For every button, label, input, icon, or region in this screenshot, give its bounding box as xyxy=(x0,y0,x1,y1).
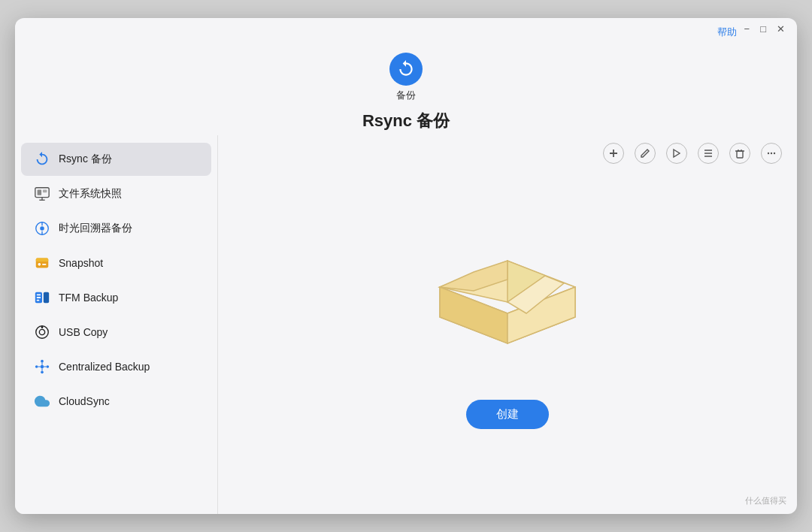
svg-rect-37 xyxy=(737,151,743,158)
rsync-icon xyxy=(33,150,51,168)
svg-point-25 xyxy=(35,365,38,368)
content-area: 创建 xyxy=(218,135,797,514)
svg-rect-16 xyxy=(37,297,41,298)
timemachine-icon xyxy=(33,219,51,237)
svg-rect-10 xyxy=(36,258,49,262)
play-button[interactable] xyxy=(666,143,687,164)
app-icon xyxy=(389,53,423,86)
svg-point-19 xyxy=(39,329,44,334)
empty-state: 创建 xyxy=(402,171,613,514)
sidebar-item-timemachine[interactable]: 时光回溯器备份 xyxy=(21,212,211,245)
close-button[interactable]: ✕ xyxy=(777,24,785,34)
snapshot-label: Snapshot xyxy=(59,257,103,269)
restore-button[interactable]: □ xyxy=(760,24,766,34)
edit-icon xyxy=(640,148,650,159)
delete-icon xyxy=(735,148,745,159)
create-button[interactable]: 创建 xyxy=(466,400,549,429)
main-window: 帮助 − □ ✕ 备份 Rsync 备份 Rsync xyxy=(15,18,797,514)
svg-point-23 xyxy=(41,360,44,363)
tfm-label: TFM Backup xyxy=(59,292,118,304)
watermark: 什么值得买 xyxy=(745,495,786,506)
edit-button[interactable] xyxy=(635,143,656,164)
toolbar xyxy=(218,135,797,171)
centralized-label: Centralized Backup xyxy=(59,361,150,373)
svg-rect-3 xyxy=(38,190,42,195)
svg-rect-14 xyxy=(44,292,49,304)
svg-point-26 xyxy=(47,365,50,368)
cloudsync-label: CloudSync xyxy=(59,395,110,407)
help-link[interactable]: 帮助 xyxy=(717,26,737,39)
main-content: Rsync 备份 文件系统快照 xyxy=(15,135,797,514)
usbcopy-icon xyxy=(33,323,51,341)
sidebar-item-snapshot[interactable]: Snapshot xyxy=(21,246,211,280)
empty-box-illustration xyxy=(402,227,613,377)
svg-point-22 xyxy=(41,365,44,369)
svg-rect-4 xyxy=(43,190,47,193)
rsync-label: Rsync 备份 xyxy=(59,153,112,166)
svg-marker-33 xyxy=(674,150,680,157)
sidebar-item-tfm[interactable]: TFM Backup xyxy=(21,281,211,314)
usbcopy-label: USB Copy xyxy=(59,326,108,338)
filesystem-label: 文件系统快照 xyxy=(59,187,122,201)
svg-point-41 xyxy=(768,153,769,154)
play-icon xyxy=(671,148,682,159)
svg-point-43 xyxy=(774,153,775,154)
window-controls: − □ ✕ xyxy=(744,24,785,34)
title-bar: 帮助 − □ ✕ xyxy=(15,18,797,45)
delete-button[interactable] xyxy=(729,143,750,164)
sidebar: Rsync 备份 文件系统快照 xyxy=(15,135,218,514)
add-icon xyxy=(608,148,619,159)
more-icon xyxy=(766,148,777,159)
tfm-icon xyxy=(33,289,51,307)
svg-point-11 xyxy=(38,263,41,266)
sidebar-item-filesystem[interactable]: 文件系统快照 xyxy=(21,177,211,210)
svg-rect-0 xyxy=(35,188,49,198)
page-title: Rsync 备份 xyxy=(15,110,797,132)
sidebar-item-cloudsync[interactable]: CloudSync xyxy=(21,385,211,418)
svg-point-24 xyxy=(41,371,44,374)
app-label: 备份 xyxy=(396,89,416,102)
cloudsync-icon xyxy=(33,392,51,410)
minimize-button[interactable]: − xyxy=(744,24,750,34)
log-icon xyxy=(703,148,714,159)
more-button[interactable] xyxy=(761,143,782,164)
svg-rect-12 xyxy=(42,264,47,265)
svg-point-6 xyxy=(40,226,44,231)
log-button[interactable] xyxy=(698,143,719,164)
backup-icon xyxy=(396,59,416,79)
sidebar-item-centralized[interactable]: Centralized Backup xyxy=(21,350,211,383)
svg-rect-15 xyxy=(37,294,41,295)
sidebar-item-usbcopy[interactable]: USB Copy xyxy=(21,316,211,349)
sidebar-item-rsync[interactable]: Rsync 备份 xyxy=(21,143,211,176)
centralized-icon xyxy=(33,358,51,376)
app-header: 备份 xyxy=(15,45,797,108)
snapshot-icon xyxy=(33,254,51,272)
filesystem-icon xyxy=(33,185,51,203)
svg-rect-17 xyxy=(37,300,40,301)
timemachine-label: 时光回溯器备份 xyxy=(59,222,132,235)
svg-point-42 xyxy=(771,153,772,154)
add-button[interactable] xyxy=(603,143,624,164)
